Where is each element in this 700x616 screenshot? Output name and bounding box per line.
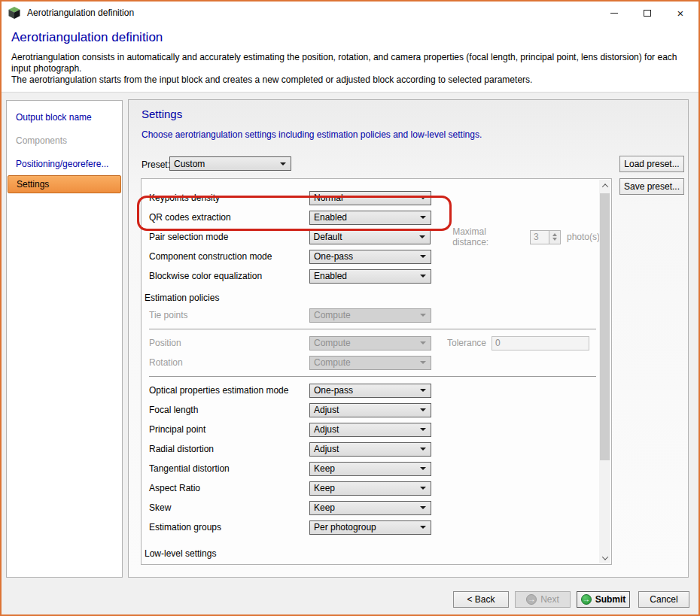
- page-title: Aerotriangulation definition: [11, 30, 689, 45]
- setting-label: Skew: [149, 502, 309, 513]
- maximal-distance-value: 3: [530, 230, 549, 244]
- position-dropdown: Compute: [309, 336, 431, 350]
- setting-row-optical-properties-estimation-mode: Optical properties estimation mode One-p…: [142, 381, 600, 400]
- save-preset-button[interactable]: Save preset...: [619, 178, 684, 195]
- sidebar-item-label: Components: [16, 135, 67, 146]
- dropdown-value: Normal: [314, 193, 420, 203]
- tolerance-input: [492, 336, 589, 350]
- setting-row-skew: Skew Keep: [142, 498, 600, 517]
- setting-row-principal-point: Principal point Adjust: [142, 420, 600, 439]
- radial-distortion-dropdown[interactable]: Adjust: [309, 442, 431, 457]
- cancel-button[interactable]: Cancel: [638, 591, 689, 608]
- settings-panel: Settings Choose aerotriangulation settin…: [128, 99, 689, 578]
- low-level-settings-section-header: Low-level settings: [145, 546, 600, 561]
- component-construction-mode-dropdown[interactable]: One-pass: [309, 250, 431, 264]
- aspect-ratio-dropdown[interactable]: Keep: [309, 481, 431, 496]
- titlebar: Aerotriangulation definition ×: [2, 2, 698, 24]
- chevron-down-icon: [420, 216, 426, 219]
- setting-label: Position: [149, 338, 309, 348]
- minimize-button[interactable]: [598, 2, 631, 24]
- setting-label: Estimation groups: [149, 522, 309, 533]
- principal-point-dropdown[interactable]: Adjust: [309, 423, 431, 437]
- dropdown-value: Compute: [314, 338, 420, 348]
- separator: [149, 329, 596, 329]
- qr-codes-extraction-dropdown[interactable]: Enabled: [309, 211, 431, 225]
- back-button[interactable]: < Back: [453, 591, 509, 608]
- sidebar-item-output-block-name[interactable]: Output block name: [8, 108, 121, 126]
- dropdown-value: Enabled: [314, 271, 420, 281]
- setting-label: Keypoints density: [149, 193, 309, 203]
- pair-selection-mode-dropdown[interactable]: Default: [309, 230, 431, 244]
- setting-row-keypoints-density: Keypoints density Normal: [142, 188, 600, 208]
- keypoints-density-dropdown[interactable]: Normal: [309, 191, 431, 205]
- dropdown-value: Compute: [314, 310, 420, 320]
- chevron-down-icon: [420, 448, 426, 451]
- minimize-icon: [610, 13, 618, 14]
- estimation-groups-dropdown[interactable]: Per photogroup: [309, 520, 431, 535]
- maximal-distance-spinner[interactable]: 3: [530, 230, 561, 244]
- setting-label: Aspect Ratio: [149, 483, 309, 493]
- sidebar-item-label: Output block name: [16, 112, 92, 123]
- tie-points-dropdown: Compute: [309, 308, 431, 323]
- dropdown-value: Keep: [314, 463, 420, 474]
- chevron-down-icon: [420, 428, 426, 431]
- vertical-scrollbar[interactable]: [599, 180, 610, 563]
- wizard-header: Aerotriangulation definition Aerotriangu…: [2, 24, 698, 93]
- optical-properties-estimation-mode-dropdown[interactable]: One-pass: [309, 384, 431, 398]
- dropdown-value: One-pass: [314, 251, 420, 262]
- chevron-down-icon: [420, 314, 426, 317]
- setting-label: Focal length: [149, 405, 309, 415]
- maximize-button[interactable]: [631, 2, 664, 24]
- sidebar-item-label: Positioning/georefere...: [16, 159, 108, 169]
- window-controls: ×: [598, 2, 697, 24]
- setting-row-pair-selection-mode: Pair selection mode Default Maximal dist…: [142, 227, 600, 247]
- chevron-down-icon: [420, 275, 426, 278]
- window-title: Aerotriangulation definition: [27, 8, 134, 18]
- app-cube-icon: [8, 6, 21, 20]
- dropdown-value: Compute: [314, 357, 420, 368]
- submit-button[interactable]: → Submit: [577, 591, 630, 608]
- preset-dropdown[interactable]: Custom: [169, 156, 291, 171]
- setting-row-estimation-groups: Estimation groups Per photogroup: [142, 517, 600, 537]
- chevron-down-icon: [419, 235, 425, 238]
- setting-label: Optical properties estimation mode: [149, 385, 309, 396]
- sidebar-item-positioning-georeferencing[interactable]: Positioning/georefere...: [8, 155, 121, 173]
- scroll-down-button[interactable]: [599, 552, 610, 563]
- load-preset-button[interactable]: Load preset...: [619, 156, 684, 172]
- dropdown-value: One-pass: [314, 385, 420, 396]
- next-arrow-icon: →: [526, 594, 537, 605]
- sidebar-item-components: Components: [8, 132, 121, 150]
- maximize-icon: [644, 10, 651, 17]
- chevron-down-icon: [420, 361, 426, 364]
- chevron-down-icon: [420, 255, 426, 258]
- focal-length-dropdown[interactable]: Adjust: [309, 403, 431, 417]
- setting-label: QR codes extraction: [149, 212, 309, 223]
- skew-dropdown[interactable]: Keep: [309, 501, 431, 515]
- settings-panel-title: Settings: [142, 108, 182, 120]
- chevron-down-icon: [601, 554, 607, 560]
- chevron-up-icon: [601, 184, 607, 190]
- dropdown-value: Enabled: [314, 212, 420, 223]
- submit-arrow-icon: →: [581, 594, 592, 605]
- scrollbar-thumb[interactable]: [600, 193, 610, 460]
- maximal-distance-label: Maximal distance:: [452, 226, 525, 247]
- header-description-line2: The aerotriangulation starts from the in…: [11, 74, 689, 86]
- maximal-distance-suffix: photo(s): [567, 232, 600, 242]
- chevron-down-icon: [420, 506, 426, 509]
- setting-label: Rotation: [149, 357, 309, 368]
- scroll-up-button[interactable]: [599, 180, 610, 191]
- blockwise-color-equalization-dropdown[interactable]: Enabled: [309, 269, 431, 284]
- close-button[interactable]: ×: [664, 2, 697, 24]
- preset-label: Preset:: [142, 159, 170, 170]
- close-icon: ×: [677, 8, 684, 19]
- next-button: → Next: [515, 591, 571, 608]
- settings-panel-subtitle: Choose aerotriangulation settings includ…: [142, 129, 482, 140]
- setting-label: Blockwise color equalization: [149, 271, 309, 281]
- sidebar-item-settings[interactable]: Settings: [8, 175, 121, 193]
- tangential-distortion-dropdown[interactable]: Keep: [309, 462, 431, 476]
- setting-row-radial-distortion: Radial distortion Adjust: [142, 439, 600, 459]
- chevron-down-icon: [420, 389, 426, 392]
- spinner-arrows-icon[interactable]: [549, 230, 561, 244]
- chevron-down-icon: [420, 467, 426, 470]
- wizard-steps-sidebar: Output block name Components Positioning…: [6, 100, 123, 578]
